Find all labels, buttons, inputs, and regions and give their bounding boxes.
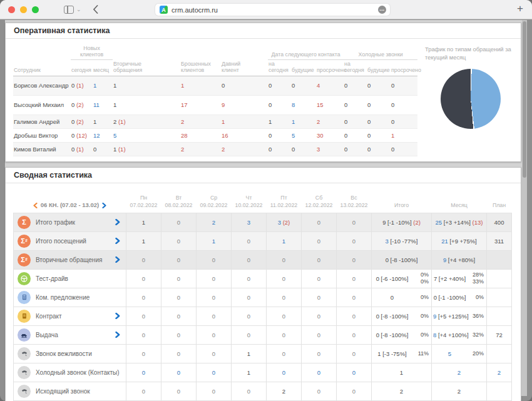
cell-fri: 0 — [267, 325, 302, 344]
cell-thu: 1 — [232, 344, 267, 363]
cell-tue: 0 — [161, 269, 197, 288]
op-cell-cold-future: 0 — [367, 76, 391, 96]
cell-sun: 0 — [337, 307, 372, 325]
col-sun: Вс13.02.2022 — [337, 186, 372, 213]
cell-tue: 0 — [161, 382, 197, 400]
cell-fri: 1 — [267, 231, 302, 250]
metric-label-cell: Контракт — [14, 307, 126, 325]
expand-chevron[interactable] — [115, 332, 120, 338]
week-prev-button[interactable] — [33, 203, 38, 208]
cell-sun: 0 — [337, 269, 372, 288]
expand-chevron[interactable] — [115, 313, 120, 319]
calculator-icon — [18, 291, 31, 304]
cell-mon: 0 — [126, 344, 161, 363]
op-cell-contact-overdue: 30 — [316, 129, 344, 143]
cell-thu: 0 — [232, 250, 267, 269]
op-cell-today: 0 (2) — [71, 115, 93, 129]
cell-sat: 0 — [302, 325, 337, 344]
op-cell-contact-future: 5 — [291, 129, 316, 143]
op-cell-month: 1 — [93, 115, 113, 129]
site-favicon: A — [160, 6, 168, 14]
section-title: Оперативная статистика — [14, 26, 513, 35]
operational-table: Новых клиентов Дата следующего контакта … — [13, 44, 417, 156]
cell-plan — [487, 269, 512, 288]
op-cell-secondary-requests: 1 (1) — [113, 143, 180, 156]
expand-chevron[interactable] — [115, 256, 120, 263]
minimize-button[interactable] — [20, 6, 27, 13]
cell-plan — [487, 344, 512, 363]
metric-label: Звонок вежливости — [36, 350, 92, 357]
op-cell-contact-future: 1 — [291, 115, 316, 129]
metric-label: Ком. предложение — [36, 294, 90, 301]
col-plan: План — [487, 186, 512, 213]
sidebar-toggle-button[interactable]: ⌄ — [64, 6, 81, 14]
cell-sat: 0 — [302, 231, 337, 250]
op-cell-secondary-requests: 5 — [113, 129, 180, 143]
employee-name: Кимов Виталий — [13, 143, 71, 156]
scrollbar-track[interactable] — [522, 20, 527, 396]
week-next-button[interactable] — [102, 203, 106, 208]
col-wed: Ср09.02.2022 — [197, 186, 232, 213]
op-cell-today: 0 (12) — [71, 129, 93, 143]
cell-sat: 0 — [302, 213, 337, 231]
employee-row: Галимов Андрей0 (2)12 (1)21112000 — [13, 115, 417, 129]
op-cell-cold-overdue: 1 — [391, 129, 417, 143]
op-cell-contact-today: 0 — [268, 143, 291, 156]
expand-chevron[interactable] — [115, 219, 120, 225]
cell-month: 9 [+4 +80%] — [432, 250, 487, 269]
url-bar[interactable]: A crm.autocrm.ru ••• — [155, 4, 390, 16]
cell-thu: 0 — [232, 382, 267, 400]
cell-wed: 0 — [197, 325, 232, 344]
cell-fri: 0 — [267, 288, 302, 307]
cell-month: 9 [+5 +125%]36% — [432, 307, 487, 325]
metric-row: Σ#Вторичные обращения00000000 [-8 -100%]… — [14, 250, 512, 269]
col-contact-future: будущие — [291, 60, 316, 76]
metric-label: Исходящий звонок — [36, 388, 90, 395]
employee-row: Высоцкий Михаил0 (2)1111790815000 — [13, 96, 417, 115]
metric-label-cell: Тест-драйв — [14, 269, 126, 288]
cell-wed: 0 — [197, 288, 232, 307]
cell-total: 0 [-8 -100%] — [372, 250, 432, 269]
metric-label-cell: Холодный звонок (Контакты) — [14, 363, 126, 382]
cell-thu: 1 — [232, 363, 267, 382]
employee-name: Галимов Андрей — [13, 115, 71, 129]
cell-total: 9 [-1 -10%] (2) — [372, 213, 432, 231]
group-header-row: Новых клиентов Дата следующего контакта … — [13, 44, 417, 60]
metric-label-cell: ΣИтого трафик — [14, 213, 126, 231]
metric-label-cell: Выдача — [14, 325, 126, 344]
cell-sun: 0 — [337, 213, 372, 231]
metric-label: Тест-драйв — [36, 275, 68, 282]
cell-sun: 0 — [337, 325, 372, 344]
cell-sat: 0 — [302, 307, 337, 325]
cell-sat: 0 — [302, 269, 337, 288]
new-tab-button[interactable]: + — [517, 3, 523, 15]
employee-row: Кимов Виталий0 (1)01 (1)22003000 — [13, 143, 417, 156]
cell-plan — [487, 307, 512, 325]
metric-row: Звонок вежливости00010001 [-3 -75%]11%52… — [14, 344, 512, 363]
cell-tue: 0 — [161, 307, 197, 325]
scrollbar-thumb[interactable] — [523, 21, 526, 178]
sigma-visits-icon: Σ# — [18, 235, 31, 248]
metric-label: Выдача — [36, 332, 58, 338]
col-cold-today: на сегодня — [344, 60, 367, 76]
op-cell-cold-future: 0 — [367, 115, 391, 129]
cell-wed: 0 — [197, 344, 232, 363]
cell-total: 1 — [372, 363, 432, 382]
op-cell-cold-today: 0 — [344, 129, 367, 143]
cell-total: 0 [-6 -100%]0%0% — [372, 269, 432, 288]
cell-wed: 2 — [197, 213, 232, 231]
close-button[interactable] — [8, 6, 15, 13]
op-cell-cold-future: 0 — [367, 143, 391, 156]
col-old-client: Давний клиент — [221, 60, 268, 76]
zoom-button[interactable] — [32, 6, 39, 13]
cell-thu: 3 — [232, 213, 267, 231]
metric-row: Холодный звонок (Контакты)0001000122 — [14, 363, 512, 382]
back-button[interactable] — [93, 5, 98, 14]
ellipsis-badge[interactable]: ••• — [378, 6, 386, 14]
cell-fri: 0 — [267, 269, 302, 288]
expand-chevron[interactable] — [115, 238, 120, 244]
metric-label-cell: Ком. предложение — [14, 288, 126, 307]
cell-plan — [487, 288, 512, 307]
op-cell-cold-overdue: 0 — [391, 143, 417, 156]
cell-plan — [487, 382, 512, 400]
